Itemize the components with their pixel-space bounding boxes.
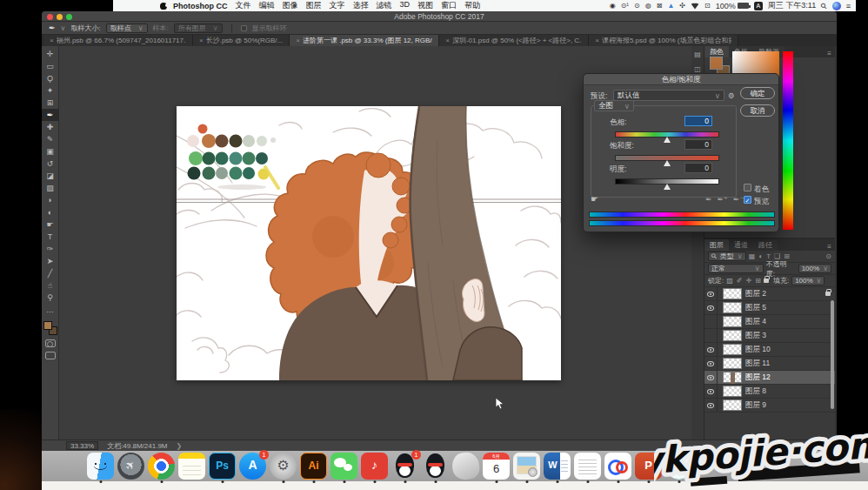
dock-appstore[interactable]: A1 [239,452,266,483]
blur-tool-icon[interactable]: ◗ [42,194,59,206]
opacity-dropdown[interactable]: 100% ∨ [798,264,831,273]
cancel-button[interactable]: 取消 [740,104,775,117]
dock-notes[interactable] [178,452,205,483]
layer-thumbnail[interactable] [723,330,742,341]
layer-row-图层 11[interactable]: 图层 11 [704,357,835,371]
subtract-sample-eyedropper-icon[interactable]: ✒⁻ [733,195,744,204]
document-tab-5[interactable]: ×课程海报5.psd @ 100% (场景色彩组合和搭... [589,35,738,46]
lightness-value-field[interactable]: 0 [684,163,712,173]
options-caret-icon[interactable]: ∨ [61,24,66,32]
lock-artboard-icon[interactable]: ⊞ [755,277,761,285]
toolbar-color-swatches[interactable] [43,321,57,335]
siri-icon[interactable] [832,2,841,10]
saturation-value-field[interactable]: 0 [684,139,712,150]
channel-dropdown[interactable]: 全图 ∨ [594,100,634,111]
window-titlebar[interactable]: Adobe Photoshop CC 2017 [42,11,837,22]
menu-选择[interactable]: 选择 [353,0,369,11]
app-menu-title[interactable]: Photoshop CC [173,2,228,10]
dock-settings[interactable]: ⚙ [270,452,297,483]
zoom-tool-icon[interactable]: ⚲ [42,292,59,304]
dodge-tool-icon[interactable]: ◐ [42,206,59,218]
menubar-clock[interactable]: 周三 下午3:11 [768,0,816,11]
visibility-toggle[interactable] [704,385,718,399]
on-image-adjust-icon[interactable]: ☛ [591,194,598,204]
dock-pages-doc[interactable] [574,452,601,483]
layer-thumbnail[interactable] [723,399,742,411]
notification-center-icon[interactable]: ≡ [846,2,851,10]
input-method-icon[interactable]: A [754,2,763,10]
visibility-toggle[interactable] [704,329,718,343]
shape-tool-icon[interactable]: ╱ [42,267,59,279]
bell-icon[interactable]: ⊙ [634,0,640,11]
visibility-toggle[interactable] [704,357,718,371]
history-brush-tool-icon[interactable]: ↺ [42,158,59,170]
styles-panel-icon[interactable]: ◫ [694,65,701,73]
ok-button[interactable]: 确定 [740,87,775,99]
layers-scrollbar[interactable] [831,300,834,409]
lock-position-icon[interactable]: ✛ [746,277,752,285]
layer-thumbnail[interactable] [723,344,742,355]
document-tab-3[interactable]: ×进阶第一课 .psb @ 33.3% (图层 12, RGB/8) * [290,35,439,46]
sample-size-dropdown[interactable]: 取样点 ∨ [106,23,148,33]
tab-close-icon[interactable]: × [50,37,54,44]
hue-value-field[interactable]: 0 [684,116,712,126]
dock-eraser[interactable] [452,452,479,483]
layer-row-图层 8[interactable]: 图层 8 [704,385,835,399]
bell-badge-icon[interactable]: ⊙¹ [621,0,629,11]
menu-3D[interactable]: 3D [400,0,411,11]
add-sample-eyedropper-icon[interactable]: ✒⁺ [718,195,728,204]
m-app-icon[interactable]: ▲ [667,0,674,11]
sample-eyedropper-icon[interactable]: ✒ [705,195,712,204]
menu-文字[interactable]: 文字 [330,0,345,11]
layer-thumbnail[interactable] [723,386,742,397]
layer-row-图层 10[interactable]: 图层 10 [704,343,835,357]
layer-row-图层 4[interactable]: 图层 4 [704,315,835,329]
dock-qq2[interactable] [422,452,449,483]
tab-layers[interactable]: 图层 [704,239,729,251]
capture-icon[interactable]: ⊠ [657,0,663,11]
saturation-slider[interactable] [615,155,719,161]
panel-menu-icon[interactable]: ≡ [827,50,835,57]
spotlight-search-icon[interactable]: ⚲ [819,1,830,11]
filter-pin-icon[interactable]: ⊙ [825,252,831,260]
visibility-toggle[interactable] [704,371,718,385]
preview-checkbox[interactable]: ✓ [744,196,751,204]
fan-icon[interactable]: ✣ [679,0,685,11]
hue-strip[interactable] [783,51,793,230]
dock-word[interactable]: W [544,452,571,483]
dialog-title[interactable]: 色相/饱和度 [584,74,778,85]
tab-close-icon[interactable]: × [595,37,599,44]
layer-row-图层 12[interactable]: 图层 12 [704,371,835,385]
menu-滤镜[interactable]: 滤镜 [377,0,392,11]
eraser-tool-icon[interactable]: ◪ [42,170,59,182]
layer-thumbnail[interactable] [723,288,742,299]
colorize-checkbox[interactable] [744,184,751,191]
visibility-toggle[interactable] [704,287,718,301]
status-chevron-icon[interactable]: ❯ [177,442,183,450]
visibility-toggle[interactable] [704,301,718,315]
zoom-level-field[interactable]: 33.33% [66,441,98,450]
document-tab-2[interactable]: ×长沙.psb @ 50%(RGB/... [193,35,290,46]
lasso-tool-icon[interactable]: Ϙ [42,72,59,84]
menu-图层[interactable]: 图层 [306,0,322,11]
layer-thumbnail[interactable] [723,302,742,313]
menu-帮助[interactable]: 帮助 [464,0,480,11]
path-select-tool-icon[interactable]: ➤ [42,255,59,267]
move-tool-icon[interactable]: ✛ [42,48,59,60]
lightness-slider[interactable] [615,178,719,185]
smudge-tool-icon[interactable]: ☛ [42,218,59,231]
gradient-tool-icon[interactable]: ▨ [42,182,59,194]
saturation-slider-thumb[interactable] [664,160,671,166]
tab-channels[interactable]: 通道 [729,239,753,251]
visibility-toggle[interactable] [704,343,718,357]
dock-launchpad[interactable]: ✈ [117,452,144,483]
menu-视图[interactable]: 视图 [417,0,433,11]
marquee-tool-icon[interactable]: ▭ [42,60,59,72]
dock-calendar[interactable]: 6月6 [483,452,510,483]
menu-窗口[interactable]: 窗口 [441,0,457,11]
spot-healing-tool-icon[interactable]: ✚ [42,121,59,133]
hue-slider-thumb[interactable] [664,137,671,143]
blend-mode-dropdown[interactable]: 正常 ∨ [708,264,764,273]
camera-icon[interactable]: ◍ [645,0,651,11]
dock-photoshop[interactable]: Ps [209,452,236,483]
